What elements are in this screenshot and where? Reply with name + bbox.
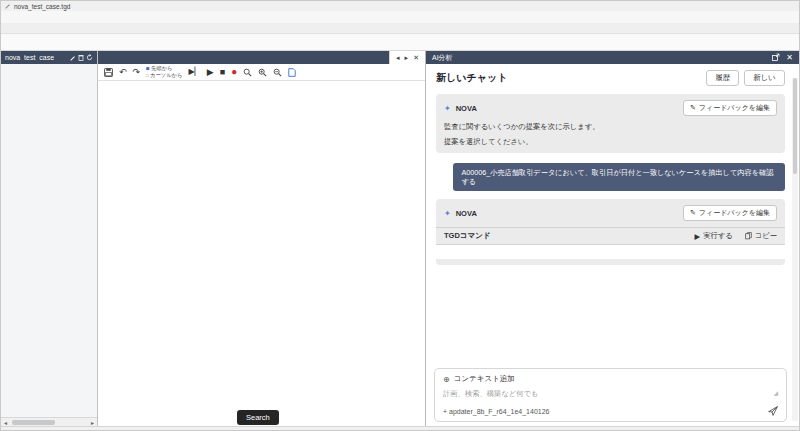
project-name: nova_test_case (5, 54, 68, 61)
nova-sparkle-icon: ✦ (444, 104, 451, 113)
script-editor: ◂ ▸ ✕ ↶ ↷ 先頭から カーソルから ▶▏ ▶ ■ ● (98, 51, 425, 426)
ribbon-toolbar (1, 34, 799, 51)
undo-icon[interactable]: ↶ (119, 68, 127, 77)
redo-icon[interactable]: ↷ (133, 68, 141, 77)
step-run-icon[interactable]: ▶▏ (188, 68, 200, 76)
copy-command-button[interactable]: コピー (745, 231, 777, 241)
run-icon[interactable]: ▶ (207, 68, 214, 77)
project-sidebar: nova_test_case ◂ ▸ (1, 51, 98, 426)
ai-chat-body: 新しいチャット 履歴 新しい ✦ NOVA ✎フィードバックを編集 監査に関する… (426, 64, 799, 426)
select-prompt: 提案を選択してください。 (444, 137, 777, 147)
scroll-track[interactable] (10, 419, 88, 426)
sidebar-header: nova_test_case (1, 51, 97, 64)
window-title: nova_test_case.tgd (14, 3, 70, 10)
title-bar: nova_test_case.tgd (1, 1, 799, 11)
tab-nav: ◂ ▸ ✕ (389, 51, 425, 64)
assistant-card-command: ✦ NOVA ✎フィードバックを編集 TGDコマンド ▶実行する コピー (436, 199, 785, 265)
menu-bar (1, 11, 799, 23)
save-icon[interactable] (104, 68, 113, 77)
app-icon (5, 3, 11, 9)
run-from-top-radio[interactable]: 先頭から (146, 65, 182, 72)
ai-analysis-panel: AI分析 ✕ 新しいチャット 履歴 新しい ✦ NOVA ✎フィードバ (425, 51, 799, 426)
chat-input-card[interactable]: ⊕ コンテキスト追加 計画、検索、構築など何でも ◢ + apdater_8b_… (434, 368, 787, 422)
tab-next-icon[interactable]: ▸ (405, 54, 409, 62)
pencil-icon: ✎ (690, 104, 696, 112)
editor-tab-bar: ◂ ▸ ✕ (98, 51, 425, 64)
ai-panel-title: AI分析 (432, 53, 453, 63)
tab-close-icon[interactable]: ✕ (413, 54, 419, 62)
chat-input[interactable]: 計画、検索、構築など何でも ◢ (443, 389, 778, 399)
assistant-name: NOVA (456, 209, 683, 218)
trash-icon[interactable] (78, 54, 84, 61)
zoom-in-icon[interactable] (258, 68, 267, 77)
search-tooltip[interactable]: Search (237, 410, 279, 425)
edit-feedback-button[interactable]: ✎フィードバックを編集 (683, 205, 777, 221)
resize-handle-icon[interactable]: ◢ (773, 389, 778, 396)
scroll-right-icon[interactable]: ▸ (88, 419, 97, 426)
ribbon-tabs (1, 23, 799, 34)
refresh-icon[interactable] (86, 54, 93, 61)
assistant-intro: 監査に関するいくつかの提案を次に示します。 (444, 122, 777, 132)
run-from-cursor-radio[interactable]: カーソルから (146, 72, 182, 79)
scroll-thumb[interactable] (12, 420, 55, 425)
plus-circle-icon: ⊕ (443, 375, 450, 384)
play-icon: ▶ (695, 232, 701, 241)
assistant-name: NOVA (456, 104, 683, 113)
search-icon[interactable] (243, 68, 252, 77)
script-doc-icon[interactable] (288, 68, 296, 77)
edit-feedback-button[interactable]: ✎フィードバックを編集 (683, 100, 777, 116)
tab-prev-icon[interactable]: ◂ (396, 54, 400, 62)
nova-sparkle-icon: ✦ (444, 209, 451, 218)
status-bar (1, 426, 799, 430)
send-icon[interactable] (768, 406, 778, 417)
user-message-bubble: A00006_小売店舗取引データにおいて、取引日が日付と一致しないケースを抽出し… (453, 163, 785, 191)
main-area: nova_test_case ◂ ▸ (1, 51, 799, 426)
scroll-left-icon[interactable]: ◂ (1, 419, 10, 426)
code-area[interactable] (98, 81, 425, 426)
close-icon[interactable]: ✕ (786, 53, 793, 62)
add-context-button[interactable]: ⊕ コンテキスト追加 (443, 374, 778, 384)
run-from-options[interactable]: 先頭から カーソルから (146, 65, 182, 79)
copy-icon (745, 232, 752, 240)
new-chat-button[interactable]: 新しい (744, 70, 785, 86)
sidebar-hscrollbar[interactable]: ◂ ▸ (1, 417, 97, 426)
run-command-button[interactable]: ▶実行する (695, 231, 733, 241)
popout-icon[interactable] (772, 53, 780, 62)
assistant-card-suggestions: ✦ NOVA ✎フィードバックを編集 監査に関するいくつかの提案を次に示します。… (436, 94, 785, 153)
stop-icon[interactable]: ■ (220, 68, 225, 77)
pencil-icon: ✎ (690, 209, 696, 217)
ai-panel-header: AI分析 ✕ (426, 51, 799, 64)
command-header: TGDコマンド (444, 231, 683, 241)
zoom-out-icon[interactable] (273, 68, 282, 77)
project-tree (1, 64, 97, 417)
editor-toolbar: ↶ ↷ 先頭から カーソルから ▶▏ ▶ ■ ● (98, 64, 425, 81)
edit-icon[interactable] (70, 55, 76, 61)
ai-panel-scrollbar[interactable] (792, 78, 798, 421)
history-button[interactable]: 履歴 (706, 70, 739, 86)
record-icon[interactable]: ● (231, 67, 237, 77)
command-code-block (436, 245, 785, 259)
model-label: + apdater_8b_F_r64_1e4_140126 (443, 408, 768, 415)
app-window: nova_test_case.tgd nova_test_case ◂ (0, 0, 800, 431)
chat-title: 新しいチャット (436, 71, 701, 85)
